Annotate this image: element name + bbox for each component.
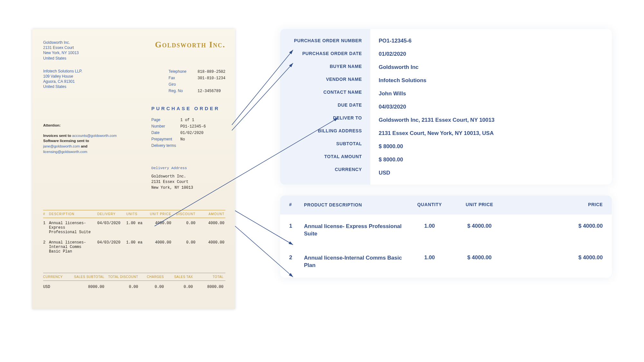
email-link[interactable]: jane@goldsworth.com (43, 144, 80, 148)
td: 0.00 (104, 285, 138, 289)
td: 1.00 ea (126, 221, 149, 225)
meta-value: 1 of 1 (180, 117, 194, 123)
th: UNITS (126, 212, 149, 216)
th: DELIVERY (97, 212, 126, 216)
th: QUANTITY (407, 202, 452, 208)
field-label: CURRENCY (289, 163, 362, 176)
th: # (289, 202, 304, 208)
td: 4000.00 (149, 221, 171, 225)
meta-value: 301-810-1234 (198, 75, 225, 81)
th: DISCOUNT (171, 212, 195, 216)
td: 0.00 (171, 240, 195, 245)
line-item-row: 1 Annual licenses- Express Professional … (43, 218, 225, 237)
attention-label: Attention: (43, 123, 143, 127)
field-label: TOTAL AMOUNT (289, 150, 362, 163)
td: Annual license- Express Professional Sui… (304, 223, 407, 238)
meta-label: Fax (169, 75, 198, 81)
th: SALES TAX (164, 275, 193, 279)
meta-label: Number (151, 123, 180, 129)
th: PRODUCT DESCRIPTION (304, 202, 407, 208)
buyer-address: Goldsworth Inc. 2131 Essex Court New Yor… (43, 40, 79, 61)
th: CHARGES (138, 275, 164, 279)
meta-label: Date (151, 130, 180, 136)
contact-meta: Telephone818-889-2502 Fax301-810-1234 Gi… (169, 69, 225, 95)
th: CURRENCY (43, 275, 69, 279)
line-items-header: # DESCRIPTION DELIVERY UNITS UNIT PRICE … (43, 210, 225, 218)
meta-value: 818-889-2502 (198, 69, 225, 75)
meta-label: Delivery terms (151, 143, 180, 149)
email-link[interactable]: accounts@goldsworth.com (72, 134, 117, 138)
po-meta: Page1 of 1 NumberPO1-12345-6 Date01/02/2… (151, 117, 225, 191)
vendor-address: Infotech Solutions LLP. 109 Valley House… (43, 69, 82, 95)
meta-label: Prepayment (151, 136, 180, 142)
meta-value: 01/02/2020 (180, 130, 204, 136)
field-label: PURCHASE ORDER NUMBER (289, 34, 362, 47)
field-value: 01/02/2020 (379, 47, 603, 61)
line-item-row: 2 Annual licenses- Internal Comms Basic … (43, 237, 225, 257)
company-title: Goldsworth Inc. (155, 40, 225, 61)
td: Annual licenses- Internal Comms Basic Pl… (49, 240, 97, 254)
meta-value: 12-3456789 (198, 88, 221, 94)
td: $ 4000.00 (507, 254, 603, 261)
extracted-fields-card: PURCHASE ORDER NUMBER PURCHASE ORDER DAT… (280, 29, 612, 185)
field-value: John Wills (379, 87, 603, 100)
line-items-table: # DESCRIPTION DELIVERY UNITS UNIT PRICE … (43, 210, 225, 257)
meta-value: No (180, 137, 185, 143)
text: and (80, 144, 88, 148)
td: 04/03/2020 (97, 221, 126, 225)
product-row: 2 Annual license-Internal Comms Basic Pl… (280, 246, 612, 278)
field-label: VENDOR NAME (289, 73, 362, 86)
th: # (43, 212, 49, 216)
field-label: BILLING ADDRESS (289, 124, 362, 137)
field-value: $ 8000.00 (379, 140, 603, 153)
td: 8000.00 (69, 285, 104, 289)
field-label: DELIVER TO (289, 111, 362, 124)
td: 1 (289, 223, 304, 229)
meta-label: Page (151, 117, 180, 123)
td: 4000.00 (149, 240, 171, 245)
po-section-title: PURCHASE ORDER (151, 106, 225, 111)
td: $ 4000.00 (507, 223, 603, 229)
field-value: 04/03/2020 (379, 100, 603, 113)
meta-label: Telephone (169, 69, 198, 75)
td: 1 (43, 221, 49, 225)
th: UNIT PRICE (452, 202, 507, 208)
po-document: Goldsworth Inc. 2131 Essex Court New Yor… (32, 29, 235, 309)
td: 1.00 ea (126, 240, 149, 245)
td: 0.00 (138, 285, 164, 289)
td: 0.00 (164, 285, 193, 289)
td: $ 4000.00 (452, 254, 507, 261)
field-value: 2131 Essex Court, New York, NY 10013, US… (379, 127, 603, 140)
td: 1.00 (407, 223, 452, 229)
td: Annual license-Internal Comms Basic Plan (304, 254, 407, 269)
td: 8000.00 (193, 285, 223, 289)
attention-notice: Invoices sent to accounts@goldsworth.com… (43, 133, 143, 155)
email-link[interactable]: licensing@goldsworth.com (43, 150, 87, 154)
th: UNIT PRICE (149, 212, 171, 216)
field-value: Goldsworth Inc, 2131 Essex Court, NY 100… (379, 113, 603, 127)
th: TOTAL (193, 275, 223, 279)
td: 2 (289, 254, 304, 261)
td: 4000.00 (195, 240, 224, 245)
delivery-body: Goldsworth Inc. 2131 Essex Court New Yor… (151, 174, 225, 191)
totals-table: CURRENCY SALES SUBTOTAL TOTAL DISCOUNT C… (43, 273, 225, 291)
field-label: DUE DATE (289, 99, 362, 111)
extracted-products-card: # PRODUCT DESCRIPTION QUANTITY UNIT PRIC… (280, 195, 612, 278)
products-header: # PRODUCT DESCRIPTION QUANTITY UNIT PRIC… (280, 195, 612, 214)
meta-label: Giro (169, 81, 198, 88)
field-labels-column: PURCHASE ORDER NUMBER PURCHASE ORDER DAT… (280, 29, 370, 185)
field-label: SUBTOTAL (289, 137, 362, 150)
th: PRICE (507, 202, 603, 208)
totals-header: CURRENCY SALES SUBTOTAL TOTAL DISCOUNT C… (43, 273, 225, 281)
field-label: CONTACT NAME (289, 86, 362, 99)
td: Annual licenses- Express Professional Su… (49, 221, 97, 234)
text: Invoices sent to (43, 134, 72, 138)
td: 04/03/2020 (97, 240, 126, 245)
td: 4000.00 (195, 221, 224, 225)
field-value: USD (379, 166, 603, 179)
th: SALES SUBTOTAL (69, 275, 104, 279)
th: TOTAL DISCOUNT (104, 275, 138, 279)
td: 1.00 (407, 254, 452, 261)
product-row: 1 Annual license- Express Professional S… (280, 214, 612, 246)
td: 0.00 (171, 221, 195, 225)
